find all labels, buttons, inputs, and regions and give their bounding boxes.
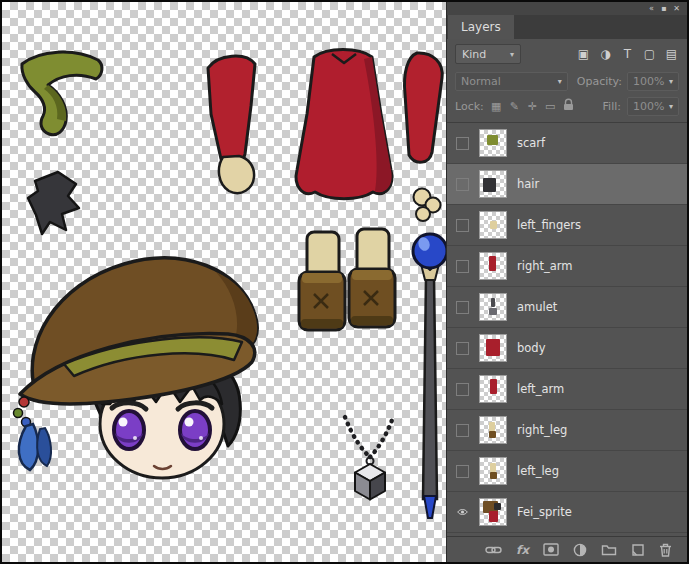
sprite-left-leg	[349, 229, 395, 327]
sprite-artwork	[2, 2, 446, 562]
tab-layers[interactable]: Layers	[448, 15, 514, 39]
lock-transparent-pixels-icon[interactable]: ▦	[490, 99, 503, 115]
delete-layer-icon[interactable]	[659, 543, 672, 557]
layer-name: left_fingers	[517, 218, 581, 232]
visibility-toggle[interactable]	[456, 301, 469, 314]
layer-row-left_leg[interactable]: left_leg	[447, 451, 687, 492]
layer-thumbnail[interactable]	[479, 170, 507, 198]
filter-smart-object-icon[interactable]: ▤	[664, 46, 679, 62]
visibility-toggle[interactable]	[456, 260, 469, 273]
new-group-icon[interactable]	[601, 543, 617, 556]
layer-style-icon[interactable]: fx	[516, 543, 529, 557]
layer-filter-row: Kind ▾ ▣ ◑ T ▢ ▤	[447, 39, 687, 69]
filter-type-icon[interactable]: T	[620, 46, 635, 62]
lock-label: Lock:	[455, 100, 484, 113]
visibility-toggle[interactable]	[456, 424, 469, 437]
layer-row-left_fingers[interactable]: left_fingers	[447, 205, 687, 246]
filter-pixel-icon[interactable]: ▣	[576, 46, 591, 62]
sprite-right-arm	[405, 53, 443, 162]
layer-name: left_arm	[517, 382, 564, 396]
left-eye	[114, 411, 144, 449]
chevron-down-icon: ▾	[669, 102, 673, 111]
layers-panel: « ▪ ✕ Layers Kind ▾ ▣ ◑ T ▢ ▤ Normal ▾	[446, 2, 687, 562]
visibility-eye-icon[interactable]	[456, 506, 469, 519]
layer-name: left_leg	[517, 464, 559, 478]
photoshop-window: « ▪ ✕ Layers Kind ▾ ▣ ◑ T ▢ ▤ Normal ▾	[0, 0, 689, 564]
visibility-toggle[interactable]	[456, 465, 469, 478]
layer-thumbnail[interactable]	[479, 416, 507, 444]
layer-thumbnail[interactable]	[479, 457, 507, 485]
chevron-down-icon: ▾	[510, 50, 514, 59]
lock-all-icon[interactable]	[562, 98, 575, 116]
panel-tab-bar: Layers	[447, 15, 687, 39]
hat-beads	[14, 397, 31, 427]
layer-thumbnail[interactable]	[479, 375, 507, 403]
opacity-value: 100%	[633, 75, 664, 88]
visibility-toggle[interactable]	[456, 219, 469, 232]
lock-image-pixels-icon[interactable]: ✎	[508, 99, 521, 115]
sprite-amulet	[345, 417, 392, 500]
layer-row-hair[interactable]: hair	[447, 164, 687, 205]
chevron-down-icon: ▾	[558, 77, 562, 86]
layer-name: amulet	[517, 300, 557, 314]
kind-filter-dropdown[interactable]: Kind ▾	[455, 44, 521, 64]
layer-name: body	[517, 341, 545, 355]
layer-thumbnail[interactable]	[479, 129, 507, 157]
layer-name: Fei_sprite	[517, 505, 572, 519]
layer-row-right_leg[interactable]: right_leg	[447, 410, 687, 451]
sprite-hair-tuft	[28, 172, 79, 234]
blend-mode-value: Normal	[461, 75, 501, 88]
opacity-input[interactable]: 100% ▾	[627, 72, 679, 91]
layer-row-Fei_sprite[interactable]: Fei_sprite	[447, 492, 687, 533]
adjustment-layer-icon[interactable]	[573, 543, 587, 557]
sprite-scarf	[22, 52, 102, 135]
layer-row-left_arm[interactable]: left_arm	[447, 369, 687, 410]
right-eye	[180, 411, 210, 449]
opacity-label: Opacity:	[577, 75, 622, 88]
layer-thumbnail[interactable]	[479, 498, 507, 526]
collapse-panels-icon[interactable]: «	[649, 5, 654, 13]
layer-name: hair	[517, 177, 539, 191]
visibility-toggle[interactable]	[456, 383, 469, 396]
add-layer-mask-icon[interactable]	[543, 543, 559, 556]
hat-feathers	[19, 424, 51, 470]
fill-value: 100%	[633, 100, 664, 113]
visibility-toggle[interactable]	[456, 137, 469, 150]
layers-bottom-toolbar: fx	[447, 536, 687, 562]
layer-name: scarf	[517, 136, 545, 150]
new-layer-icon[interactable]	[631, 543, 645, 557]
layer-name: right_arm	[517, 259, 573, 273]
layer-row-right_arm[interactable]: right_arm	[447, 246, 687, 287]
kind-label: Kind	[462, 48, 486, 61]
visibility-toggle[interactable]	[456, 178, 469, 191]
lock-position-icon[interactable]: ✛	[526, 99, 539, 115]
panel-detach-icon[interactable]: ▪	[661, 5, 666, 13]
sprite-body	[296, 50, 392, 199]
layer-thumbnail[interactable]	[479, 211, 507, 239]
close-panel-icon[interactable]: ✕	[673, 5, 680, 13]
sprite-left-fingers	[414, 189, 441, 222]
lock-artboard-icon[interactable]: ▭	[544, 99, 557, 115]
fill-label: Fill:	[603, 100, 621, 113]
canvas-area[interactable]	[2, 2, 446, 562]
blend-mode-dropdown[interactable]: Normal ▾	[455, 72, 568, 91]
filter-adjustment-icon[interactable]: ◑	[598, 46, 613, 62]
panel-titlebar: « ▪ ✕	[447, 2, 687, 15]
filter-shape-icon[interactable]: ▢	[642, 46, 657, 62]
fill-input[interactable]: 100% ▾	[627, 97, 679, 116]
link-layers-icon[interactable]	[485, 544, 502, 556]
layer-row-amulet[interactable]: amulet	[447, 287, 687, 328]
layer-thumbnail[interactable]	[479, 252, 507, 280]
layer-row-body[interactable]: body	[447, 328, 687, 369]
sprite-staff	[413, 234, 446, 518]
sprite-right-leg	[299, 232, 345, 330]
chevron-down-icon: ▾	[669, 77, 673, 86]
layer-list: scarf hair left_fingers right_arm amulet…	[447, 122, 687, 536]
layer-row-scarf[interactable]: scarf	[447, 123, 687, 164]
layer-thumbnail[interactable]	[479, 334, 507, 362]
layer-thumbnail[interactable]	[479, 293, 507, 321]
lock-row: Lock: ▦ ✎ ✛ ▭ Fill: 100% ▾	[447, 94, 687, 119]
sprite-head	[14, 258, 258, 478]
blend-mode-row: Normal ▾ Opacity: 100% ▾	[447, 69, 687, 94]
visibility-toggle[interactable]	[456, 342, 469, 355]
